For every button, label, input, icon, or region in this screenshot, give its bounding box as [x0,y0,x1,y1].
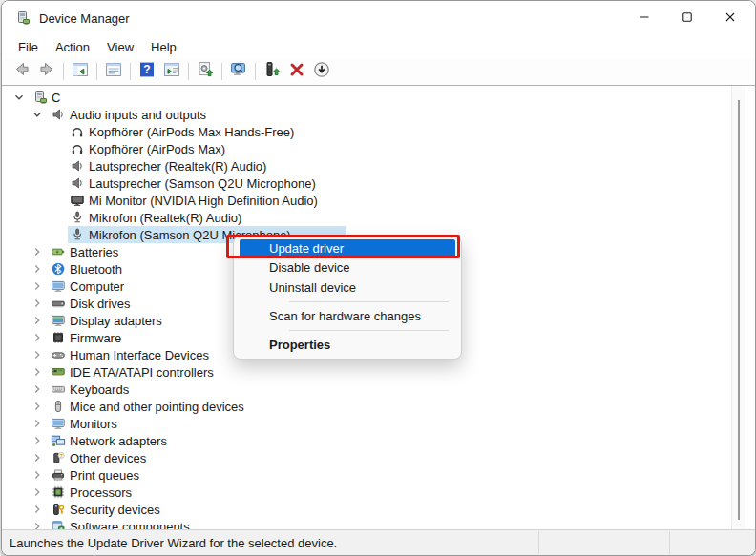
tree-item-content: Kopfhörer (AirPods Max) [70,141,225,156]
forward-icon [37,60,56,83]
audio-icon [51,107,66,122]
chevron-down-icon[interactable] [30,107,45,122]
tree-item-mi-monitor-nvidia-high-definition-audio[interactable]: Mi Monitor (NVIDIA High Definition Audio… [2,192,755,209]
tree-item-content: IDE ATA/ATAPI controllers [51,364,214,380]
chevron-right-icon[interactable] [30,347,45,362]
keyboard-icon [51,381,66,397]
search-computers-button[interactable] [226,60,251,83]
toolbar-separator [130,63,131,80]
battery-icon [51,244,66,259]
window-title: Device Manager [39,11,130,26]
tree-item-lautsprecher-realtek-r-audio[interactable]: Lautsprecher (Realtek(R) Audio) [2,157,755,175]
menu-view[interactable]: View [98,38,142,56]
update-driver-button[interactable] [260,60,284,83]
tree-item-security-devices[interactable]: Security devices [2,501,755,518]
tree-item-content: Firmware [51,330,121,345]
tree-item-c[interactable]: C [2,89,755,106]
context-menu-item-disable-device[interactable]: Disable device [234,257,461,278]
chevron-right-icon[interactable] [30,364,45,380]
status-bar: Launches the Update Driver Wizard for th… [2,529,755,555]
tree-item-label: Mi Monitor (NVIDIA High Definition Audio… [89,194,318,208]
uninstall-device-button[interactable] [284,60,309,83]
chevron-right-icon[interactable] [30,484,45,500]
tree-item-kopfh-rer-airpods-max-hands-free[interactable]: Kopfhörer (AirPods Max Hands-Free) [2,123,755,140]
scan-for-hardware-changes-button[interactable] [193,60,218,83]
tree-item-label: Mice and other pointing devices [70,400,244,414]
chevron-right-icon[interactable] [30,467,45,483]
chevron-right-icon[interactable] [30,278,45,294]
tree-item-label: Lautsprecher (Realtek(R) Audio) [89,159,266,174]
tree-item-content: Human Interface Devices [51,347,209,362]
chevron-right-icon[interactable] [30,244,45,259]
toolbar: ? [2,58,755,85]
computer-icon [32,90,48,105]
tree-item-label: Firmware [70,331,121,345]
properties-button[interactable] [101,60,126,83]
tree-item-content: Print queues [51,467,139,483]
toolbar-separator [63,63,64,80]
scan-gear-icon [196,60,215,83]
tree-item-content: Processors [51,484,132,500]
printer-icon [51,467,66,483]
back-button[interactable] [10,60,34,83]
tree-item-print-queues[interactable]: Print queues [2,466,755,484]
tree-item-lautsprecher-samson-q2u-microphone[interactable]: Lautsprecher (Samson Q2U Microphone) [2,175,755,192]
tree-item-label: Print queues [70,468,139,483]
chevron-right-icon[interactable] [30,502,45,517]
monitor-blue-icon [51,278,66,294]
context-menu-item-scan-for-hardware-changes[interactable]: Scan for hardware changes [234,306,461,326]
tree-item-processors[interactable]: Processors [2,484,755,501]
tree-item-label: Security devices [70,503,160,517]
chevron-right-icon[interactable] [30,450,45,465]
tree-item-ide-ata-atapi-controllers[interactable]: IDE ATA/ATAPI controllers [2,363,755,381]
context-menu-item-properties[interactable]: Properties [234,335,461,355]
chevron-right-icon[interactable] [30,330,45,345]
vertical-scrollbar[interactable] [731,86,746,529]
chevron-right-icon[interactable] [30,433,45,448]
tree-item-label: Batteries [70,245,118,259]
tree-item-keyboards[interactable]: Keyboards [2,381,755,398]
gamepad-icon [51,347,66,362]
properties-icon [104,60,123,83]
close-icon [724,10,736,27]
forward-button[interactable] [34,60,59,83]
tree-item-mikrofon-realtek-r-audio[interactable]: Mikrofon (Realtek(R) Audio) [2,209,755,226]
scrollbar-thumb[interactable] [738,100,740,520]
context-menu-item-uninstall-device[interactable]: Uninstall device [234,278,461,298]
chevron-right-icon[interactable] [30,296,45,311]
chevron-right-icon[interactable] [30,313,45,328]
title-bar[interactable]: Device Manager [2,1,755,35]
chevron-right-icon[interactable] [30,399,45,414]
mouse-icon [51,399,66,414]
tree-item-other-devices[interactable]: ?Other devices [2,449,755,466]
chevron-down-icon[interactable] [11,90,27,105]
tree-item-audio-inputs-and-outputs[interactable]: Audio inputs and outputs [2,106,755,123]
search-monitor-icon [229,60,248,83]
minimize-button[interactable] [622,1,665,35]
chevron-right-icon[interactable] [30,381,45,397]
show-console-tree-button[interactable] [68,60,93,83]
tree-item-monitors[interactable]: Monitors [2,415,755,432]
chevron-right-icon[interactable] [30,261,45,277]
window-controls [622,1,751,35]
headphone-icon [70,141,85,156]
help-icon: ? [137,60,157,83]
processor-icon [51,484,66,500]
tree-item-kopfh-rer-airpods-max[interactable]: Kopfhörer (AirPods Max) [2,140,755,157]
help-button[interactable]: ? [135,60,159,83]
close-button[interactable] [708,1,751,35]
menu-file[interactable]: File [10,38,47,56]
chevron-right-icon[interactable] [30,416,45,431]
disable-device-button[interactable] [309,60,334,83]
tree-item-network-adapters[interactable]: Network adapters [2,432,755,449]
tree-item-mice-and-other-pointing-devices[interactable]: Mice and other pointing devices [2,398,755,415]
menu-action[interactable]: Action [47,38,98,56]
device-manager-window: Device Manager FileActionViewHelp ? CAud… [1,0,756,556]
maximize-button[interactable] [665,1,708,35]
tree-item-label: Display adapters [70,314,162,328]
bluetooth-icon [51,261,66,277]
menu-help[interactable]: Help [142,38,185,56]
network-icon [51,433,66,448]
toolbar-separator [221,63,222,80]
show-action-pane-button[interactable] [159,60,184,83]
